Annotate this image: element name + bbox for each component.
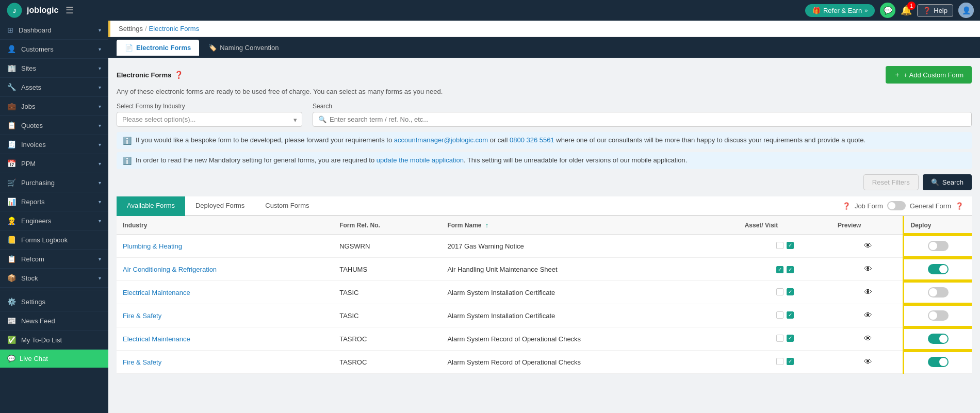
chevron-icon: ▾ bbox=[99, 199, 101, 205]
update-app-link[interactable]: update the mobile application bbox=[377, 156, 464, 164]
deploy-toggle-2[interactable] bbox=[928, 287, 949, 298]
sidebar-item-invoices[interactable]: 🧾 Invoices ▾ bbox=[0, 135, 108, 154]
forms-tab-available[interactable]: Available Forms bbox=[117, 196, 185, 216]
asset-checkbox[interactable] bbox=[776, 335, 783, 342]
sidebar-item-stock[interactable]: 📦 Stock ▾ bbox=[0, 269, 108, 288]
help-button[interactable]: ❓ Help bbox=[917, 4, 953, 17]
asset-checkbox[interactable] bbox=[776, 242, 783, 249]
live-chat-button[interactable]: 💬 Live Chat bbox=[0, 350, 108, 368]
sidebar-item-sites[interactable]: 🏢 Sites ▾ bbox=[0, 59, 108, 78]
table-header-row: Industry Form Ref. No. Form Name ↑ Asset… bbox=[117, 216, 972, 235]
cell-form-name: Alarm System Installation Certificate bbox=[441, 281, 738, 304]
preview-eye-icon[interactable]: 👁 bbox=[864, 334, 872, 343]
sidebar-item-ppm[interactable]: 📅 PPM ▾ bbox=[0, 154, 108, 173]
sidebar-item-news-feed[interactable]: 📰 News Feed bbox=[0, 311, 108, 331]
sidebar-label-forms-logbook: Forms Logbook bbox=[21, 236, 68, 244]
preview-eye-icon[interactable]: 👁 bbox=[864, 288, 872, 296]
asset-checkbox[interactable] bbox=[776, 311, 783, 319]
sidebar-item-customers[interactable]: 👤 Customers ▾ bbox=[0, 40, 108, 59]
sidebar-item-quotes[interactable]: 📋 Quotes ▾ bbox=[0, 116, 108, 135]
sidebar-item-purchasing[interactable]: 🛒 Purchasing ▾ bbox=[0, 173, 108, 192]
refcom-icon: 📋 bbox=[7, 255, 16, 263]
tab-naming-convention-label: Naming Convention bbox=[220, 44, 279, 52]
sidebar-item-dashboard[interactable]: ⊞ Dashboard ▾ bbox=[0, 21, 108, 40]
sidebar-item-settings[interactable]: ⚙️ Settings bbox=[0, 292, 108, 311]
asset-checkbox[interactable]: ✓ bbox=[776, 266, 783, 273]
deploy-toggle-4[interactable] bbox=[928, 334, 949, 344]
sidebar-label-stock: Stock bbox=[21, 274, 38, 282]
live-chat-label: Live Chat bbox=[20, 355, 48, 362]
search-button[interactable]: 🔍 Search bbox=[923, 174, 972, 190]
industry-link[interactable]: Electrical Maintenance bbox=[123, 335, 190, 343]
sidebar-item-refcom[interactable]: 📋 Refcom ▾ bbox=[0, 250, 108, 269]
reset-filters-button[interactable]: Reset Filters bbox=[863, 174, 919, 190]
deploy-toggle-3[interactable] bbox=[928, 310, 949, 321]
chevron-icon: ▾ bbox=[99, 46, 101, 52]
preview-eye-icon[interactable]: 👁 bbox=[864, 241, 872, 250]
sidebar-item-jobs[interactable]: 💼 Jobs ▾ bbox=[0, 97, 108, 116]
forms-tab-deployed[interactable]: Deployed Forms bbox=[185, 196, 255, 216]
search-input[interactable] bbox=[330, 112, 966, 126]
preview-eye-icon[interactable]: 👁 bbox=[864, 311, 872, 320]
notification-button[interactable]: 🔔 1 bbox=[901, 5, 912, 16]
visit-checkbox[interactable]: ✓ bbox=[787, 335, 794, 342]
preview-eye-icon[interactable]: 👁 bbox=[864, 265, 872, 273]
sidebar-item-todo[interactable]: ✅ My To-Do List bbox=[0, 331, 108, 350]
hamburger-icon[interactable]: ☰ bbox=[66, 5, 74, 16]
cell-preview: 👁 bbox=[831, 258, 904, 281]
engineers-icon: 👷 bbox=[7, 217, 16, 225]
title-help-icon[interactable]: ❓ bbox=[174, 71, 183, 79]
refer-earn-button[interactable]: 🎁 Refer & Earn » bbox=[805, 4, 875, 17]
add-form-btn-label: + Add Custom Form bbox=[904, 71, 963, 79]
visit-checkbox[interactable]: ✓ bbox=[787, 358, 794, 365]
cell-ref-no: TASIC bbox=[333, 304, 441, 327]
visit-checkbox[interactable]: ✓ bbox=[787, 266, 794, 273]
avatar[interactable]: 👤 bbox=[958, 3, 974, 18]
preview-eye-icon[interactable]: 👁 bbox=[864, 357, 872, 366]
cell-asset-visit: ✓ ✓ bbox=[739, 258, 831, 281]
deploy-toggle-5[interactable] bbox=[928, 357, 949, 367]
deploy-slider-3 bbox=[928, 310, 949, 321]
industry-link[interactable]: Fire & Safety bbox=[123, 312, 161, 320]
industry-link[interactable]: Air Conditioning & Refrigeration bbox=[123, 266, 217, 273]
job-form-toggle[interactable] bbox=[887, 201, 906, 210]
help-circle-job: ❓ bbox=[842, 202, 851, 210]
asset-checkbox[interactable] bbox=[776, 288, 783, 295]
filter-row: Select Forms by Industry Please select o… bbox=[117, 103, 972, 127]
industry-link[interactable]: Electrical Maintenance bbox=[123, 289, 190, 296]
phone-link[interactable]: 0800 326 5561 bbox=[510, 136, 554, 144]
asset-checkbox[interactable] bbox=[776, 358, 783, 365]
add-custom-form-button[interactable]: ＋ + Add Custom Form bbox=[886, 66, 972, 84]
top-nav: J joblogic ☰ 🎁 Refer & Earn » 💬 🔔 1 ❓ He… bbox=[0, 0, 980, 21]
table-row: Fire & Safety TASIC Alarm System Install… bbox=[117, 304, 972, 327]
sidebar-item-forms-logbook[interactable]: 📒 Forms Logbook bbox=[0, 230, 108, 250]
sort-icon[interactable]: ↑ bbox=[485, 221, 489, 229]
tab-naming-convention[interactable]: 🏷️ Naming Convention bbox=[200, 40, 287, 56]
sidebar-label-jobs: Jobs bbox=[21, 103, 35, 110]
email-link[interactable]: accountmanager@joblogic.com bbox=[394, 136, 488, 144]
sidebar-item-assets[interactable]: 🔧 Assets ▾ bbox=[0, 78, 108, 97]
visit-checkbox[interactable]: ✓ bbox=[787, 311, 794, 319]
info-box-2: ℹ️ In order to read the new Mandatory se… bbox=[117, 152, 972, 169]
sidebar-label-engineers: Engineers bbox=[21, 217, 52, 225]
industry-select-wrapper: Please select option(s)... ▾ bbox=[117, 112, 302, 127]
industry-link[interactable]: Fire & Safety bbox=[123, 358, 161, 366]
cell-asset-visit: ✓ bbox=[739, 235, 831, 258]
deploy-toggle-0[interactable] bbox=[928, 241, 949, 251]
visit-checkbox[interactable]: ✓ bbox=[787, 288, 794, 295]
chevron-icon: ▾ bbox=[99, 256, 101, 262]
visit-checkbox[interactable]: ✓ bbox=[787, 242, 794, 249]
sidebar-item-engineers[interactable]: 👷 Engineers ▾ bbox=[0, 211, 108, 230]
table-row: Plumbing & Heating NGSWRN 2017 Gas Warni… bbox=[117, 235, 972, 258]
sidebar-label-settings: Settings bbox=[21, 298, 45, 306]
industry-link[interactable]: Plumbing & Heating bbox=[123, 242, 182, 250]
chat-button[interactable]: 💬 bbox=[880, 3, 895, 18]
tab-electronic-forms[interactable]: 📄 Electronic Forms bbox=[117, 40, 199, 56]
sidebar-item-reports[interactable]: 📊 Reports ▾ bbox=[0, 192, 108, 211]
forms-tab-custom[interactable]: Custom Forms bbox=[255, 196, 319, 216]
industry-select[interactable]: Please select option(s)... bbox=[117, 112, 302, 127]
available-forms-label: Available Forms bbox=[127, 202, 175, 209]
tab-electronic-forms-label: Electronic Forms bbox=[136, 44, 191, 52]
deploy-toggle-1[interactable] bbox=[928, 264, 949, 274]
svg-text:J: J bbox=[13, 8, 16, 14]
